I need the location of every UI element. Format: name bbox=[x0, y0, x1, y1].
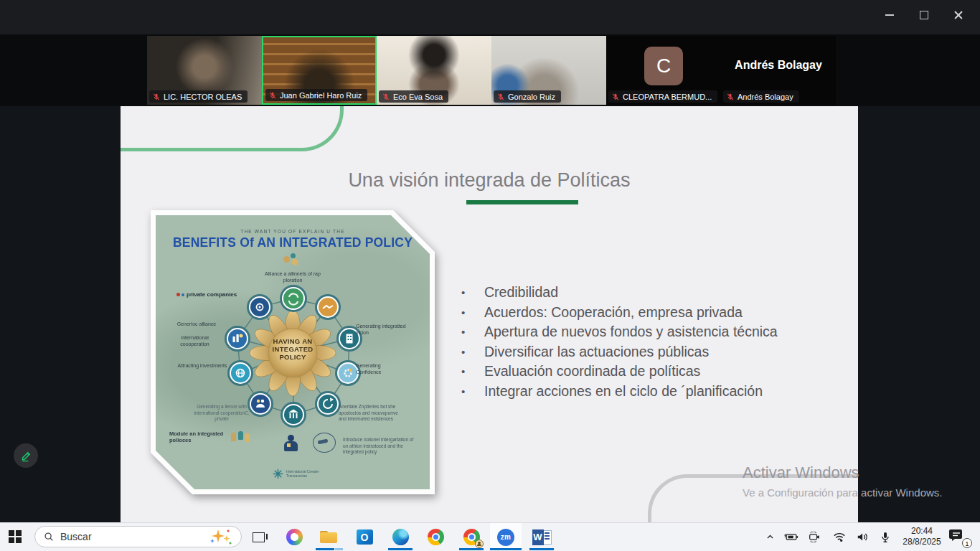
word-icon: W bbox=[532, 529, 552, 545]
close-icon bbox=[953, 10, 963, 20]
task-view-button[interactable] bbox=[242, 523, 274, 551]
bike-icon-wheel bbox=[182, 293, 184, 296]
label-private-companies: private companies bbox=[176, 291, 238, 298]
start-button[interactable] bbox=[9, 530, 22, 543]
search-box[interactable]: Buscar bbox=[34, 526, 242, 547]
sparkles-icon bbox=[208, 528, 232, 545]
notification-center-button[interactable]: 1 bbox=[948, 528, 970, 547]
windows-logo-icon bbox=[16, 530, 22, 536]
camera-tray-button[interactable] bbox=[804, 523, 825, 551]
copilot-icon bbox=[286, 529, 303, 545]
edge-button[interactable] bbox=[385, 523, 416, 551]
participant-name-label: LIC. HECTOR OLEAS bbox=[149, 90, 248, 103]
watermark-title: Activar Windows bbox=[743, 463, 942, 482]
windows-taskbar: Buscar O zm W bbox=[0, 522, 980, 551]
label-module-integrated: Module an integrated polloces bbox=[169, 431, 235, 443]
list-item: Apertura de nuevos fondos y asistencia t… bbox=[458, 322, 838, 342]
label-genertoc-alliance: Genertoc alliance bbox=[171, 321, 222, 328]
participant-tile[interactable]: Andrés Bolagay Andrés Bolagay bbox=[721, 36, 836, 105]
chevron-up-icon bbox=[765, 532, 775, 542]
bullet-icon bbox=[458, 382, 484, 402]
bank-node-icon bbox=[281, 402, 306, 428]
participant-name-label: Juan Gabriel Haro Ruiz bbox=[265, 89, 367, 101]
restore-icon bbox=[920, 11, 928, 19]
list-item: Evaluación coordinada de políticas bbox=[458, 362, 838, 382]
person-badge-icon bbox=[282, 435, 301, 453]
tray-date: 28/8/2025 bbox=[897, 537, 947, 547]
mic-muted-icon bbox=[382, 93, 390, 101]
running-indicator-explorer bbox=[316, 548, 334, 550]
edge-icon bbox=[392, 529, 409, 545]
participant-display-name: Andrés Bolagay bbox=[721, 36, 836, 95]
mic-muted-icon bbox=[496, 93, 505, 101]
annotate-button[interactable] bbox=[14, 443, 38, 468]
mic-muted-icon bbox=[726, 93, 735, 101]
microphone-icon bbox=[880, 532, 890, 543]
battery-tray-button[interactable] bbox=[781, 523, 802, 551]
tray-time: 20:44 bbox=[897, 526, 947, 537]
wifi-icon bbox=[833, 532, 846, 542]
participant-tile-active-speaker[interactable]: Juan Gabriel Haro Ruiz bbox=[262, 36, 377, 105]
city-coin-node-icon bbox=[225, 326, 250, 352]
running-indicator-word bbox=[529, 548, 554, 550]
close-button[interactable] bbox=[941, 1, 976, 29]
label-generating-confidence: Generating Confidence bbox=[356, 363, 406, 375]
globe-node-icon bbox=[227, 360, 253, 386]
tray-expand-button[interactable] bbox=[759, 523, 781, 551]
list-item: Integrar acciones en el ciclo de ´planif… bbox=[458, 382, 838, 402]
gears-hands-node-icon bbox=[247, 294, 273, 320]
pencil-icon bbox=[20, 450, 32, 462]
mic-muted-icon bbox=[611, 93, 620, 101]
presentation-slide: Una visión integrada de Políticas bbox=[121, 106, 858, 523]
running-indicator-zoom-active bbox=[490, 548, 522, 550]
bullet-icon bbox=[458, 303, 484, 323]
windows-logo-icon bbox=[16, 537, 22, 543]
participant-name: CLEOPATRA BERMUD... bbox=[623, 93, 712, 101]
word-button[interactable]: W bbox=[526, 523, 557, 551]
outlook-button[interactable]: O bbox=[349, 523, 380, 551]
label-attracting-investments: Attracting investments bbox=[176, 363, 228, 369]
zoom-meeting-window: LIC. HECTOR OLEAS Juan Gabriel Haro Ruiz… bbox=[0, 0, 980, 551]
zoom-app-button[interactable]: zm bbox=[490, 523, 522, 551]
microphone-tray-button[interactable] bbox=[875, 523, 896, 551]
volume-tray-button[interactable] bbox=[852, 523, 874, 551]
title-underline-accent bbox=[466, 200, 578, 204]
participant-name-label: Andrés Bolagay bbox=[723, 90, 799, 103]
camera-icon bbox=[808, 532, 821, 542]
bike-icon bbox=[176, 293, 180, 296]
participant-name-label: Eco Eva Sosa bbox=[379, 90, 448, 103]
label-generating-alliance: Generating a llence with international c… bbox=[188, 404, 255, 423]
task-view-icon bbox=[253, 532, 265, 542]
participant-name-label: CLEOPATRA BERMUD... bbox=[608, 90, 717, 103]
windows-activation-watermark: Activar Windows Ve a Configuración para … bbox=[743, 463, 942, 499]
wifi-tray-button[interactable] bbox=[829, 523, 850, 551]
copilot-button[interactable] bbox=[278, 523, 310, 551]
window-controls bbox=[872, 1, 976, 29]
label-alliance: Alliance a allinnets of rap ploration bbox=[257, 271, 329, 283]
participant-tile[interactable]: C CLEOPATRA BERMUD... bbox=[606, 36, 721, 105]
participant-tile[interactable]: Eco Eva Sosa bbox=[377, 36, 491, 105]
window-titlebar bbox=[0, 0, 980, 34]
chrome-profile-button[interactable] bbox=[456, 523, 487, 551]
handshake-sketch-icon bbox=[313, 433, 336, 453]
minimize-button[interactable] bbox=[872, 1, 907, 29]
search-placeholder: Buscar bbox=[60, 531, 202, 542]
participant-name: Gonzalo Ruiz bbox=[508, 93, 555, 101]
footer-logo-text: International Creater Transacretae bbox=[286, 470, 328, 478]
restore-button[interactable] bbox=[907, 1, 941, 29]
chrome-icon bbox=[428, 529, 444, 545]
recycle-node-icon bbox=[280, 285, 307, 312]
list-item: Diversificar las actuaciones públicas bbox=[458, 342, 838, 362]
participant-tile[interactable]: LIC. HECTOR OLEAS bbox=[147, 36, 262, 105]
starburst-logo-icon bbox=[273, 468, 283, 479]
chrome-button[interactable] bbox=[420, 523, 451, 551]
clock[interactable]: 20:44 28/8/2025 bbox=[897, 526, 947, 547]
bullet-icon bbox=[458, 283, 484, 303]
volume-icon bbox=[857, 532, 870, 542]
battery-charging-icon bbox=[784, 532, 798, 542]
list-item: Acuerdos: Cooperación, empresa privada bbox=[458, 303, 838, 323]
file-explorer-button[interactable] bbox=[313, 523, 344, 551]
mic-muted-icon bbox=[268, 91, 277, 100]
slide-decoration-green-curve bbox=[121, 106, 344, 151]
participant-tile[interactable]: Gonzalo Ruiz bbox=[491, 36, 606, 105]
